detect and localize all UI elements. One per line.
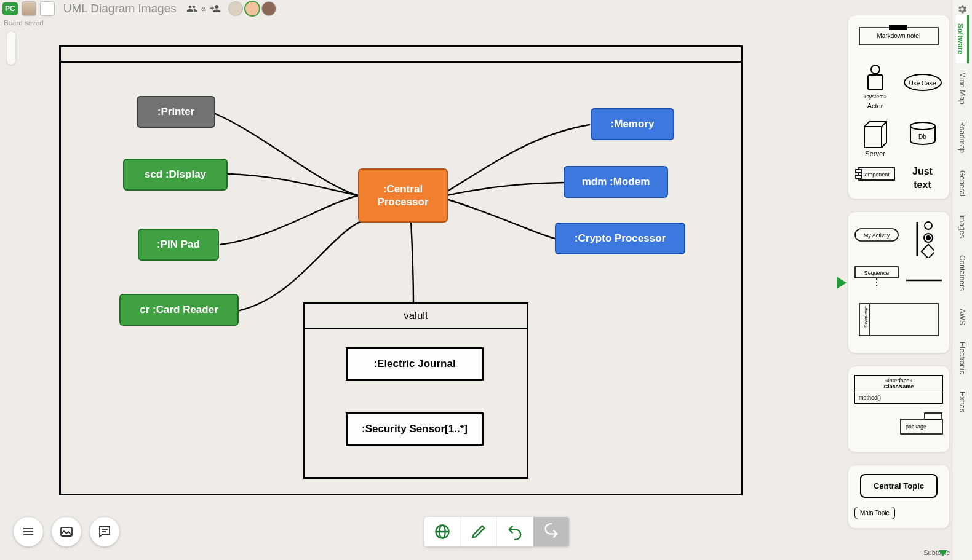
owner-badge[interactable]: PC [2,2,18,15]
svg-rect-3 [61,527,72,536]
svg-point-21 [926,236,930,240]
tab-containers[interactable]: Containers [958,246,966,299]
sequence-label: Sequence [864,270,890,276]
globe-icon [434,523,451,540]
main-topic-label: Main Topic [854,507,895,519]
right-tab-bar: Software Mind Map Roadmap General Images… [952,0,972,560]
image-icon [59,524,74,539]
class-name: ClassName [855,384,942,390]
actor-stereotype: «system» [863,93,887,100]
swimlane-label: Swimlane [863,306,869,328]
bottom-left-tools [14,517,119,546]
shape-main-topic[interactable]: Main Topic [854,507,895,519]
shape-state-nodes[interactable] [905,221,943,258]
tab-software[interactable]: Software [956,15,969,63]
node-display[interactable]: scd :Display [123,159,228,191]
shape-actor[interactable]: «system» Actor [854,64,896,109]
just-text-line1: Just [912,166,933,177]
bottom-center-toolbar [424,517,569,546]
shape-line[interactable] [905,266,943,294]
tab-images[interactable]: Images [958,205,966,246]
shape-swimlane[interactable]: Swimlane [854,303,943,344]
header-bar: PC UML Diagram Images « [0,0,972,17]
board-saved-status: Board saved [4,19,44,26]
node-electric-journal[interactable]: :Electric Journal [346,347,484,381]
node-modem[interactable]: mdm :Modem [564,166,668,198]
svg-rect-12 [868,75,883,90]
tab-general[interactable]: General [958,162,966,205]
use-case-label: Use Case [909,80,936,87]
presence-avatar-1[interactable] [228,1,243,16]
svg-point-11 [871,65,880,74]
gear-icon[interactable] [957,4,968,15]
activity-label: My Activity [864,232,890,239]
node-central-proc[interactable]: :Central Processor [358,168,448,223]
undo-icon [506,523,524,540]
vault-title: valult [305,304,527,329]
expand-panel-left-icon[interactable] [837,277,847,289]
expand-panel-down-icon[interactable] [939,550,947,556]
new-board-icon[interactable] [40,1,55,16]
tab-aws[interactable]: AWS [958,300,966,334]
server-label: Server [865,150,885,157]
shape-component[interactable]: Component [854,166,896,190]
svg-rect-29 [925,413,942,419]
pencil-icon [470,523,487,540]
shape-palettes: Markdown note! «system» Actor Use Case S… [848,15,950,529]
shape-class[interactable]: «interface» ClassName method() [854,375,943,404]
tab-extras[interactable]: Extras [958,383,966,421]
shape-central-topic[interactable]: Central Topic [854,474,943,498]
share-icon [543,523,560,540]
shape-server[interactable]: Server [854,118,896,157]
tab-electronic[interactable]: Electronic [958,333,966,383]
node-crypto[interactable]: :Crypto Processor [555,223,685,254]
board-title[interactable]: UML Diagram Images [63,2,177,15]
presence-avatar-2[interactable] [244,1,260,17]
frame-divider [61,61,741,63]
collapse-icon[interactable]: « [201,4,206,14]
node-vault-package[interactable]: valult :Electric Journal :Security Senso… [303,302,528,479]
presence-avatar-3[interactable] [261,1,276,16]
node-printer[interactable]: :Printer [137,96,215,128]
svg-rect-10 [889,25,907,30]
shape-just-text[interactable]: Just text [902,166,943,190]
shape-activity[interactable]: My Activity [854,221,899,258]
collaborators-icon[interactable] [186,3,197,14]
list-view-button[interactable] [14,517,43,546]
component-label: Component [861,172,890,178]
image-button[interactable] [52,517,81,546]
add-user-icon[interactable] [210,3,221,14]
central-topic-label: Central Topic [860,474,938,498]
comment-icon [97,524,112,539]
shape-package[interactable]: package [854,412,943,443]
avatar-1[interactable] [22,1,36,16]
svg-point-19 [925,222,932,229]
tab-mind-map[interactable]: Mind Map [958,63,966,113]
publish-web-button[interactable] [424,517,461,546]
share-button[interactable] [533,517,569,546]
shape-sequence[interactable]: Sequence [854,266,899,294]
actor-label: Actor [867,102,883,109]
package-label: package [906,424,926,430]
shape-db[interactable]: Db [902,118,943,157]
undo-button[interactable] [497,517,533,546]
shape-use-case[interactable]: Use Case [902,64,943,109]
class-method: method() [855,392,942,403]
node-card-reader[interactable]: cr :Card Reader [119,294,239,326]
palette-class: «interface» ClassName method() package [848,366,950,452]
svg-rect-22 [922,245,934,258]
presence-avatars [228,1,276,17]
zoom-slider[interactable] [6,31,16,65]
node-pin-pad[interactable]: :PIN Pad [138,229,219,261]
node-memory[interactable]: :Memory [591,108,674,140]
svg-point-14 [910,122,935,130]
markdown-note-text: Markdown note! [877,33,920,39]
comment-button[interactable] [90,517,119,546]
tab-roadmap[interactable]: Roadmap [958,112,966,162]
shape-markdown-note[interactable]: Markdown note! [854,24,943,55]
class-stereotype: «interface» [855,377,942,384]
node-security-sensor[interactable]: :Security Sensor[1..*] [346,412,484,446]
edit-button[interactable] [461,517,497,546]
palette-activity: My Activity Sequence Swimlane [848,211,950,353]
palette-topics: Central Topic Main Topic [848,465,950,529]
